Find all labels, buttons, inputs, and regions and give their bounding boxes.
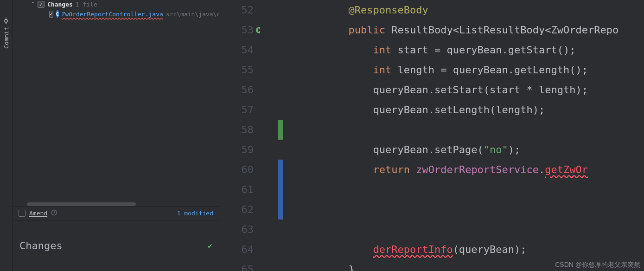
line-number[interactable]: 52 [219,0,254,20]
code-line[interactable]: int length = queryBean.getLength(); [287,60,644,80]
horizontal-scrollbar[interactable] [27,202,136,206]
line-number[interactable]: 58 [219,120,254,140]
line-number[interactable]: 62 [219,200,254,219]
line-number[interactable]: 61 [219,180,254,200]
commit-message-input[interactable]: Changes ✔ [13,220,219,271]
watermark-text: CSDN @你憨厚的老父亲突然 [555,261,640,269]
code-line[interactable] [287,180,644,200]
line-number[interactable]: 55 [219,60,254,80]
commit-tool-tab[interactable]: Commit [1,14,12,52]
commit-icon [3,18,10,24]
line-number[interactable]: 59 [219,140,254,160]
amend-checkbox[interactable] [19,210,26,217]
code-line[interactable]: public ResultBody<ListResultBody<ZwOrder… [287,20,644,40]
file-path: src\main\java\co [166,11,219,18]
chevron-down-icon[interactable]: ˅ [32,1,35,8]
check-icon: ✔ [208,241,212,250]
history-icon[interactable] [51,209,57,217]
amend-label[interactable]: Amend [29,210,47,217]
change-marker-gutter [260,0,283,271]
changes-checkbox[interactable] [38,1,45,8]
code-editor[interactable]: 5253@545556575859606162636465 @ResponseB… [219,0,644,271]
modified-line-marker[interactable] [278,180,283,200]
file-name: ZwOrderReportController.java [62,11,163,18]
code-line[interactable] [287,200,644,219]
commit-message-text: Changes [19,240,63,252]
code-line[interactable] [287,120,644,140]
tool-window-bar: Commit [0,0,13,271]
java-class-icon: C [56,10,59,18]
commit-panel: ˅ Changes 1 file C ZwOrderReportControll… [13,0,219,271]
file-checkbox[interactable] [49,11,53,18]
changes-label: Changes [47,1,73,8]
commit-options-bar: Amend 1 modified [13,206,219,220]
code-area[interactable]: @ResponseBody public ResultBody<ListResu… [283,0,644,271]
code-line[interactable]: derReportInfo(queryBean); [287,239,644,259]
line-number[interactable]: 64 [219,239,254,259]
modified-count[interactable]: 1 modified [177,210,213,217]
line-number[interactable]: 60 [219,160,254,180]
code-line[interactable]: queryBean.setStart(start * length); [287,80,644,100]
line-number[interactable]: 63 [219,219,254,239]
code-line[interactable]: int start = queryBean.getStart(); [287,40,644,60]
code-line[interactable]: return zwOrderReportService.getZwOr [287,160,644,180]
changes-node[interactable]: ˅ Changes 1 file [13,0,219,9]
line-number-gutter[interactable]: 5253@545556575859606162636465 [219,0,260,271]
line-number[interactable]: 54 [219,40,254,60]
line-number[interactable]: 53@ [219,20,254,40]
code-line[interactable]: queryBean.setPage("no"); [287,140,644,160]
modified-line-marker[interactable] [278,200,283,219]
line-number[interactable]: 57 [219,100,254,120]
line-number[interactable]: 56 [219,80,254,100]
changes-tree[interactable]: ˅ Changes 1 file C ZwOrderReportControll… [13,0,219,206]
line-number[interactable]: 65 [219,259,254,271]
svg-point-0 [5,19,8,22]
code-line[interactable]: @ResponseBody [287,0,644,20]
modified-line-marker[interactable] [278,160,283,180]
changes-count: 1 file [76,1,97,8]
changed-file-row[interactable]: C ZwOrderReportController.java src\main\… [13,9,219,19]
commit-tab-label: Commit [3,27,10,49]
added-line-marker[interactable] [278,120,283,140]
code-line[interactable] [287,219,644,239]
code-line[interactable]: queryBean.setLength(length); [287,100,644,120]
